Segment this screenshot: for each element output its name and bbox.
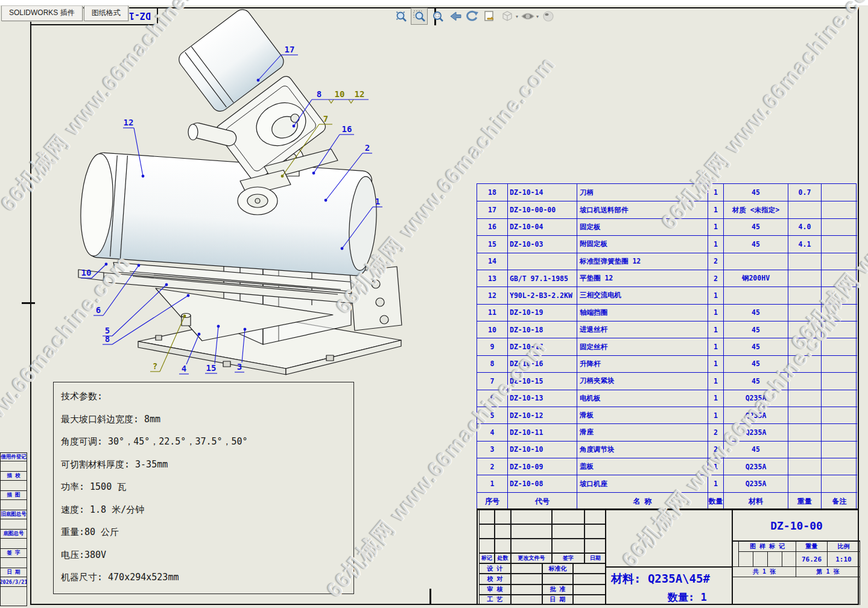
bom-cell: 附固定板: [577, 235, 708, 252]
bom-cell: DZ-10-12: [507, 407, 577, 423]
signature-label-cell: 校 对: [479, 574, 511, 584]
svg-text:2: 2: [365, 143, 370, 153]
hide-show-items-icon[interactable]: [520, 8, 536, 24]
bom-cell: DZ-10-04: [507, 218, 577, 235]
signature-label-cell: 设 计: [479, 563, 511, 574]
bom-cell: 固定板: [577, 218, 708, 235]
bom-cell: 1: [708, 201, 723, 218]
mark-label: 图 样 标 记: [738, 540, 796, 552]
technical-parameters-box: 技术参数:最大坡口斜边宽度: 8mm角度可调: 30°，45°，22.5°，37…: [53, 382, 354, 594]
svg-text:1: 1: [375, 197, 380, 206]
margin-strip-label: 旧底图总号: [0, 510, 27, 519]
svg-text:8: 8: [105, 334, 110, 344]
zoom-to-selection-icon[interactable]: [429, 8, 445, 24]
bom-cell: 45: [723, 355, 788, 372]
material-block: 材料: Q235A\45# 数量: 1: [605, 510, 732, 605]
mark-cell-3: [767, 551, 782, 567]
tech-param-line: 重量:80 公斤: [61, 527, 119, 538]
bom-header-cell: 代号: [507, 492, 577, 510]
bom-cell: 1: [708, 407, 723, 423]
3d-drawing-view-icon[interactable]: [482, 8, 498, 24]
hide-show-dropdown-icon[interactable]: ▾: [536, 14, 539, 19]
revision-empty-cell: [584, 524, 606, 539]
bom-cell: [821, 304, 857, 321]
margin-strip-label: 借用件登记: [0, 452, 27, 461]
tab-sheet-format[interactable]: 图纸格式: [84, 5, 128, 21]
bom-cell: 17: [477, 201, 507, 218]
sheets-total: 共 1 张: [733, 566, 796, 577]
bom-cell: [788, 287, 821, 303]
svg-text:4: 4: [182, 364, 186, 373]
svg-text:6: 6: [96, 305, 101, 315]
bom-cell: 45: [723, 321, 788, 338]
signature-label-cell: 日 期: [542, 595, 573, 605]
revision-signature-block: 标记处数更改文件号签字日期设 计标准化校 对审 核批 准工 艺日 期: [477, 510, 605, 605]
revision-empty-cell: [584, 539, 606, 553]
bom-cell: 2: [708, 270, 723, 287]
svg-text:12: 12: [124, 118, 134, 127]
bom-cell: 45: [723, 304, 788, 321]
display-style-icon[interactable]: [499, 8, 515, 24]
zoom-to-area-icon[interactable]: [411, 8, 428, 25]
display-style-dropdown-icon[interactable]: ▾: [516, 14, 518, 19]
revision-empty-cell: [495, 539, 511, 553]
apply-scene-icon[interactable]: [540, 8, 556, 24]
bom-cell: Q235A: [723, 423, 788, 440]
bom-table: 18DZ-10-14刀柄1450.717DZ-10-00-00坡口机送料部件1材…: [477, 183, 857, 510]
signature-empty-cell: [511, 574, 542, 584]
margin-strip-cell: [0, 558, 27, 568]
bom-cell: [788, 372, 821, 389]
bom-cell: 6: [477, 390, 507, 407]
signature-empty-cell: [573, 595, 606, 605]
bom-cell: [821, 475, 857, 492]
revision-empty-cell: [552, 510, 584, 524]
bom-cell: 标准型弹簧垫圈 12: [577, 253, 708, 270]
bom-cell: 45: [723, 441, 788, 458]
svg-text:16: 16: [342, 124, 352, 134]
bom-cell: [788, 321, 821, 338]
scale-value: 1:10: [827, 551, 860, 567]
bom-cell: 轴端挡圈: [577, 304, 708, 321]
zoom-to-fit-icon[interactable]: [393, 8, 409, 24]
bom-cell: 进退丝杆: [577, 321, 708, 338]
revision-empty-cell: [584, 510, 606, 524]
bom-cell: 盖板: [577, 458, 708, 475]
bom-cell: [821, 423, 857, 440]
bom-cell: 10: [477, 321, 507, 338]
bom-cell: 滑座: [577, 423, 708, 440]
bom-cell: 1: [708, 304, 723, 321]
revision-empty-cell: [511, 539, 552, 553]
bom-cell: [788, 441, 821, 458]
bom-cell: 1: [708, 321, 723, 338]
bom-cell: 3: [477, 441, 507, 458]
bom-cell: [788, 390, 821, 407]
bom-cell: DZ-10-08: [507, 475, 577, 492]
bom-cell: DZ-10-03: [507, 235, 577, 252]
tab-solidworks-addins[interactable]: SOLIDWORKS 插件: [1, 5, 83, 21]
revision-empty-cell: [552, 524, 584, 539]
svg-text:?: ?: [153, 361, 157, 371]
bom-cell: DZ-10-15: [507, 372, 577, 389]
margin-strip-label: 日 期: [0, 568, 27, 577]
bom-cell: 12: [477, 287, 507, 303]
svg-text:12: 12: [355, 89, 365, 99]
previous-view-icon[interactable]: [447, 8, 463, 24]
svg-text:10: 10: [81, 268, 92, 277]
signature-label-cell: 批 准: [542, 584, 573, 595]
bom-cell: Q235A: [723, 390, 788, 407]
revision-header-cell: 标记: [479, 553, 495, 563]
rotate-view-icon[interactable]: [464, 8, 480, 24]
bom-cell: 升降杆: [577, 355, 708, 372]
bom-cell: 三相交流电机: [577, 287, 708, 303]
bom-cell: 15: [477, 235, 507, 252]
revision-empty-cell: [479, 524, 495, 539]
signature-empty-cell: [511, 595, 542, 605]
bom-cell: DZ-10-16: [507, 355, 577, 372]
bom-cell: 材质 <未指定>: [723, 201, 788, 218]
svg-text:7: 7: [323, 114, 328, 124]
svg-text:15: 15: [206, 363, 217, 373]
bom-cell: [821, 218, 857, 235]
bom-cell: 1: [708, 390, 723, 407]
command-manager-tabs: SOLIDWORKS 插件 图纸格式: [1, 5, 128, 21]
svg-text:8: 8: [317, 89, 322, 99]
